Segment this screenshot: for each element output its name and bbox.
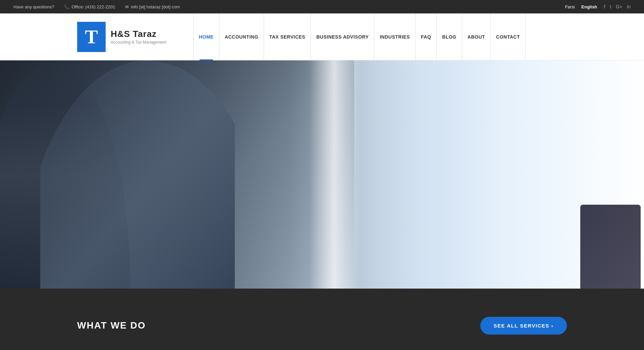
top-bar: Have any questions? 📞 Office: (416) 222-… [0,0,644,13]
company-tagline: Accounting & Tax Management [111,40,166,45]
what-we-do-title: WHAT WE DO [77,320,146,331]
social-icons: f t G+ in [604,4,631,9]
hero-background [0,60,644,289]
nav-blog[interactable]: BLOG [437,13,462,60]
nav-contact[interactable]: CONTACT [491,13,526,60]
hero-section [0,60,644,289]
hero-stripe [309,60,360,289]
nav-home[interactable]: HOME [193,13,219,60]
googleplus-icon[interactable]: G+ [616,4,622,9]
nav-tax-services[interactable]: TAX SERVICES [264,13,311,60]
nav-business-advisory[interactable]: BUSINESS ADVISORY [311,13,374,60]
facebook-icon[interactable]: f [604,4,605,9]
linkedin-icon[interactable]: in [627,4,631,9]
have-questions-label: Have any questions? [13,4,54,9]
what-we-do-section: WHAT WE DO SEE ALL SERVICES › [0,289,644,350]
nav-industries[interactable]: INDUSTRIES [374,13,416,60]
logo-text: H&S Taraz Accounting & Tax Management [111,29,166,45]
see-all-services-label: SEE ALL SERVICES › [494,323,553,329]
lang-english[interactable]: English [581,4,597,9]
lang-farsi[interactable]: Farsi [565,4,575,9]
phone-label: Office: (416) 222-2201 [71,4,115,9]
email-icon: ✉ [125,4,129,9]
top-bar-left: Have any questions? 📞 Office: (416) 222-… [13,4,180,9]
logo-icon: T [77,22,106,52]
logo-block[interactable]: T H&S Taraz Accounting & Tax Management [77,22,166,52]
hero-laptop [580,205,641,289]
twitter-icon[interactable]: t [610,4,611,9]
nav-accounting[interactable]: ACCOUNTING [219,13,264,60]
top-bar-right: Farsi English f t G+ in [565,4,631,9]
see-all-services-button[interactable]: SEE ALL SERVICES › [480,317,567,335]
hero-image [0,60,644,289]
phone-icon: 📞 [64,4,69,9]
logo-letter: T [85,26,98,48]
email-label: info [at] hstaraz [dot] com [131,4,180,9]
main-nav: HOME ACCOUNTING TAX SERVICES BUSINESS AD… [193,13,526,60]
nav-faq[interactable]: FAQ [416,13,437,60]
header: T H&S Taraz Accounting & Tax Management … [0,13,644,60]
email-item: ✉ info [at] hstaraz [dot] com [125,4,180,9]
nav-about[interactable]: ABOUT [462,13,491,60]
company-name: H&S Taraz [111,29,166,39]
phone-item: 📞 Office: (416) 222-2201 [64,4,115,9]
